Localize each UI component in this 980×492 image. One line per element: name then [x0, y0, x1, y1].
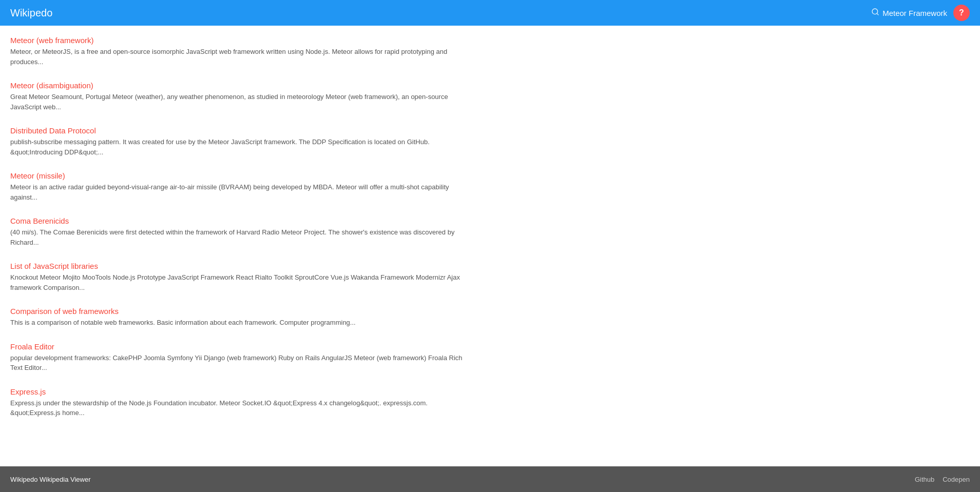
result-title[interactable]: Meteor (missile)	[10, 171, 65, 180]
footer-brand: Wikipedo Wikipedia Viewer	[10, 476, 91, 483]
footer-link[interactable]: Codepen	[943, 476, 970, 483]
result-snippet: Great Meteor Seamount, Portugal Meteor (…	[10, 92, 472, 112]
footer-links: GithubCodepen	[915, 476, 970, 483]
result-snippet: Knockout Meteor Mojito MooTools Node.js …	[10, 272, 472, 292]
search-results: Meteor (web framework)Meteor, or MeteorJ…	[0, 26, 980, 466]
result-title[interactable]: Express.js	[10, 387, 46, 396]
result-snippet: Meteor, or MeteorJS, is a free and open-…	[10, 47, 472, 67]
result-title[interactable]: List of JavaScript libraries	[10, 262, 98, 270]
result-item: Distributed Data Protocolpublish-subscri…	[10, 126, 970, 157]
result-snippet: (40 mi/s). The Comae Berenicids were fir…	[10, 227, 472, 247]
app-title: Wikipedo	[10, 7, 52, 19]
footer: Wikipedo Wikipedia Viewer GithubCodepen	[0, 466, 980, 492]
result-snippet: Meteor is an active radar guided beyond-…	[10, 182, 472, 202]
result-item: Meteor (web framework)Meteor, or MeteorJ…	[10, 36, 970, 67]
result-item: Express.jsExpress.js under the stewardsh…	[10, 387, 970, 418]
svg-line-1	[877, 13, 878, 15]
result-item: Coma Berenicids(40 mi/s). The Comae Bere…	[10, 217, 970, 247]
result-item: Meteor (missile)Meteor is an active rada…	[10, 171, 970, 202]
header-right: Meteor Framework ?	[871, 5, 970, 21]
result-item: List of JavaScript librariesKnockout Met…	[10, 262, 970, 292]
result-snippet: popular development frameworks: CakePHP …	[10, 353, 472, 373]
search-icon	[871, 8, 879, 18]
result-snippet: publish-subscribe messaging pattern. It …	[10, 137, 472, 157]
footer-link[interactable]: Github	[915, 476, 934, 483]
result-title[interactable]: Meteor (web framework)	[10, 36, 94, 45]
search-container: Meteor Framework	[871, 8, 947, 18]
result-item: Meteor (disambiguation)Great Meteor Seam…	[10, 81, 970, 112]
result-title[interactable]: Distributed Data Protocol	[10, 126, 96, 135]
search-query-text: Meteor Framework	[882, 9, 947, 17]
result-item: Comparison of web frameworksThis is a co…	[10, 307, 970, 328]
help-button[interactable]: ?	[953, 5, 970, 21]
result-title[interactable]: Froala Editor	[10, 342, 54, 351]
header: Wikipedo Meteor Framework ?	[0, 0, 980, 26]
result-title[interactable]: Meteor (disambiguation)	[10, 81, 93, 90]
result-snippet: This is a comparison of notable web fram…	[10, 318, 472, 328]
result-snippet: Express.js under the stewardship of the …	[10, 398, 472, 418]
result-title[interactable]: Coma Berenicids	[10, 217, 69, 225]
result-title[interactable]: Comparison of web frameworks	[10, 307, 119, 316]
result-item: Froala Editorpopular development framewo…	[10, 342, 970, 373]
